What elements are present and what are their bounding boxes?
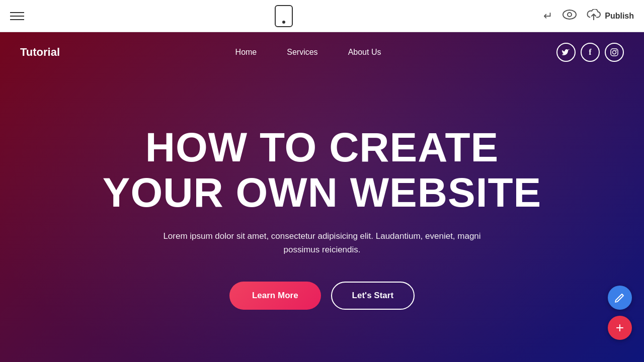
social-twitter-button[interactable] — [556, 43, 576, 62]
publish-button[interactable]: Publish — [587, 9, 634, 23]
mobile-preview-icon[interactable] — [275, 5, 293, 27]
svg-point-4 — [616, 50, 617, 51]
plus-icon: + — [616, 321, 624, 335]
social-facebook-button[interactable]: f — [581, 43, 600, 62]
learn-more-button[interactable]: Learn More — [229, 282, 321, 310]
hero-buttons: Learn More Let's Start — [229, 282, 415, 310]
svg-point-0 — [563, 10, 576, 19]
undo-icon[interactable]: ↵ — [543, 10, 552, 23]
hero-section: Tutorial Home Services About Us f — [0, 32, 644, 362]
toolbar: ↵ Publish — [0, 0, 644, 32]
svg-point-1 — [568, 13, 572, 17]
hamburger-menu-button[interactable] — [10, 12, 24, 20]
preview-area: Tutorial Home Services About Us f — [0, 32, 644, 362]
toolbar-center — [275, 5, 293, 27]
nav-link-services[interactable]: Services — [287, 48, 317, 57]
toolbar-right: ↵ Publish — [543, 9, 634, 23]
add-fab-button[interactable]: + — [608, 316, 632, 340]
hero-title: HOW TO CREATE YOUR OWN WEBSITE — [103, 125, 541, 215]
preview-eye-icon[interactable] — [562, 10, 577, 23]
hero-subtitle: Lorem ipsum dolor sit amet, consectetur … — [146, 229, 498, 256]
hero-title-line2: YOUR OWN WEBSITE — [103, 169, 541, 215]
nav-link-about[interactable]: About Us — [348, 48, 381, 57]
site-navbar: Tutorial Home Services About Us f — [0, 32, 644, 72]
hero-title-line1: HOW TO CREATE — [145, 124, 499, 170]
social-instagram-button[interactable] — [605, 43, 624, 62]
site-logo: Tutorial — [20, 46, 60, 59]
cloud-upload-icon — [587, 9, 601, 23]
edit-fab-button[interactable] — [608, 286, 632, 310]
hero-content: HOW TO CREATE YOUR OWN WEBSITE Lorem ips… — [0, 72, 644, 362]
lets-start-button[interactable]: Let's Start — [331, 282, 415, 310]
nav-link-home[interactable]: Home — [235, 48, 257, 57]
svg-rect-2 — [611, 49, 618, 56]
svg-point-3 — [612, 51, 616, 54]
toolbar-left — [10, 12, 24, 20]
publish-label: Publish — [605, 12, 634, 21]
site-nav-links: Home Services About Us — [235, 48, 381, 57]
site-nav-social: f — [556, 43, 624, 62]
